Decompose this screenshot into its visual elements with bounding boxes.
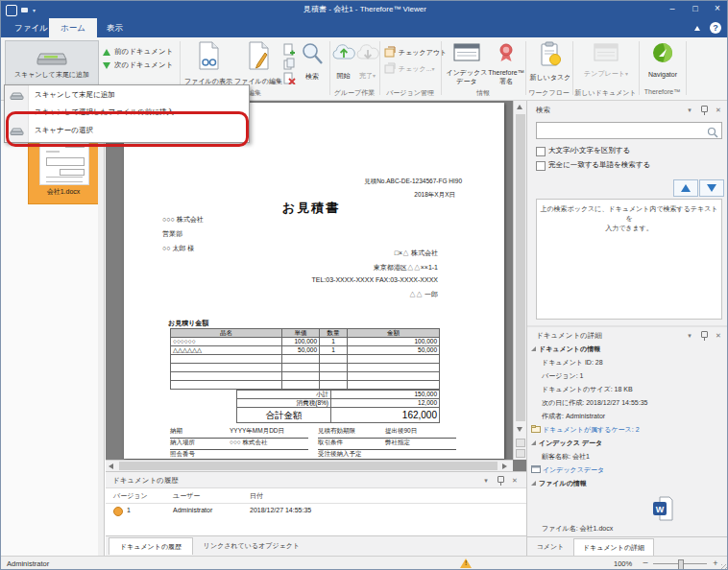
details-case-link[interactable]: ドキュメントが属するケース: 2 — [543, 426, 640, 433]
history-panel-menu-icon[interactable] — [480, 475, 492, 486]
new-task-button[interactable]: 新しいタスク — [529, 41, 571, 83]
details-doc-id: ドキュメント ID: 28 — [531, 356, 726, 369]
checkin-button[interactable]: チェック... — [384, 62, 435, 75]
history-row[interactable]: 1 Administrator 2018/12/27 14:55:35 — [106, 505, 526, 518]
menu-item-label: スキャンして末尾に追加 — [35, 86, 115, 104]
group-label-version: バージョン管理 — [379, 88, 441, 98]
navigator-button[interactable]: Navigator — [643, 42, 683, 80]
find-label: 検索 — [305, 73, 319, 82]
history-row-user: Administrator — [173, 507, 212, 513]
maximize-button[interactable]: □ — [685, 1, 706, 18]
history-col-version[interactable]: バージョン — [113, 491, 148, 501]
search-panel-menu-icon[interactable] — [684, 105, 695, 115]
up-triangle-icon — [103, 49, 110, 56]
rosette-icon — [497, 42, 515, 67]
details-panel-menu-icon[interactable] — [684, 330, 695, 341]
find-previous-button[interactable] — [673, 179, 698, 197]
tab-linked-objects[interactable]: リンクされているオブジェクト — [195, 537, 308, 555]
history-panel-title: ドキュメントの履歴 — [112, 476, 179, 486]
scroll-left-icon[interactable] — [109, 463, 113, 469]
index-data-button[interactable]: インデックス データ — [445, 43, 489, 85]
navigator-label: Navigator — [648, 71, 677, 80]
expand-icon[interactable] — [531, 346, 536, 351]
group-label-groupwork: グループ作業 — [329, 88, 379, 98]
case-sensitive-label: 大文字/小文字を区別する — [548, 146, 630, 155]
group-label-workflow: ワークフロー — [525, 88, 572, 98]
scroll-down-icon[interactable] — [517, 427, 522, 432]
search-panel-close-icon[interactable] — [713, 105, 724, 115]
find-prev-icon — [681, 184, 691, 192]
status-bar: Administrator 100% – + — [1, 556, 728, 570]
history-panel-close-icon[interactable] — [509, 475, 521, 486]
delete-page-button[interactable] — [283, 71, 296, 88]
zoom-out-button[interactable]: – — [641, 558, 650, 568]
therefore-sign-button[interactable]: Therefore™ 署名 — [489, 42, 523, 85]
case-sensitive-checkbox[interactable] — [536, 147, 546, 156]
search-input-magnifier-icon[interactable] — [707, 125, 718, 142]
search-hint-line1: 上の検索ボックスに、ドキュメント内で検索するテキストを — [537, 204, 721, 224]
tab-history[interactable]: ドキュメントの履歴 — [109, 537, 193, 555]
doc-amount-label: お見積り金額 — [168, 319, 208, 328]
expand-icon[interactable] — [531, 440, 536, 445]
annotation-red-box — [6, 111, 249, 147]
doc-recipient-dept: 営業部 — [162, 229, 182, 239]
horizontal-scrollbar[interactable] — [106, 460, 513, 471]
warning-icon[interactable] — [460, 558, 472, 568]
details-panel-close-icon[interactable] — [713, 330, 724, 341]
history-col-user[interactable]: ユーザー — [173, 491, 200, 501]
split-button-2[interactable] — [516, 449, 525, 458]
tab-home[interactable]: ホーム — [49, 18, 97, 37]
scrollbar-thumb[interactable] — [516, 114, 525, 421]
scan-append-button[interactable]: スキャンして末尾に追加 — [5, 40, 99, 90]
doc-recipient-company: ○○○ 株式会社 — [162, 215, 204, 225]
close-button[interactable]: × — [707, 1, 728, 18]
help-icon[interactable]: ? — [710, 22, 721, 34]
details-author: 作成者: Administrator — [531, 410, 726, 423]
details-version: バージョン: 1 — [531, 369, 726, 383]
document-page[interactable]: 見積No.ABC-DE-1234567-FG HI90 2018年X月X日 お見… — [124, 103, 504, 459]
therefore-viewer-window: ▾ 見積書 - 会社1 - Therefore™ Viewer – □ × ファ… — [0, 0, 728, 570]
tab-document-details[interactable]: ドキュメントの詳細 — [573, 538, 654, 556]
tab-comments[interactable]: コメント — [529, 538, 571, 556]
word-file-icon[interactable]: W — [652, 496, 673, 525]
thumbnail-scrollbar[interactable] — [98, 101, 104, 556]
prev-document-button[interactable]: 前のドキュメント — [103, 47, 173, 57]
file-edit-button[interactable]: ファイルの編集 — [233, 41, 283, 86]
menu-item-scan-append[interactable]: スキャンして末尾に追加 — [5, 86, 249, 104]
case-icon — [531, 424, 541, 438]
index-data-label-2: データ — [456, 78, 476, 86]
find-button[interactable]: 検索 — [297, 41, 328, 82]
next-document-button[interactable]: 次のドキュメント — [103, 60, 173, 70]
tab-view[interactable]: 表示 — [95, 18, 134, 37]
h-scrollbar-thumb[interactable] — [119, 462, 497, 470]
expand-icon[interactable] — [531, 481, 536, 486]
vertical-scrollbar[interactable] — [513, 101, 526, 460]
resize-grip[interactable] — [721, 564, 727, 570]
minimize-button[interactable]: – — [662, 1, 683, 18]
zoom-slider-thumb[interactable] — [678, 559, 684, 570]
checkout-button[interactable]: チェックアウト — [384, 46, 447, 59]
find-next-button[interactable] — [699, 179, 724, 197]
doc-date: 2018年X月X日 — [251, 191, 455, 200]
template-button[interactable]: テンプレート — [577, 43, 635, 79]
history-col-date[interactable]: 日付 — [250, 491, 263, 501]
history-panel-pin-icon[interactable] — [495, 475, 506, 486]
start-button[interactable]: 開始 — [331, 43, 355, 81]
search-panel-pin-icon[interactable] — [698, 105, 710, 115]
finish-button[interactable]: 完了 — [355, 43, 379, 81]
file-edit-icon — [247, 41, 270, 74]
split-button-1[interactable] — [516, 439, 525, 447]
history-tab-bar: ドキュメントの履歴 リンクされているオブジェクト — [106, 535, 526, 557]
file-view-button[interactable]: ファイルの表示 — [183, 41, 233, 86]
whole-word-checkbox[interactable] — [536, 161, 546, 171]
scroll-right-icon[interactable] — [502, 463, 507, 469]
details-indexdata-link[interactable]: インデックスデータ — [543, 466, 604, 473]
scroll-up-icon[interactable] — [517, 105, 522, 109]
doc-items-table: 品名 単価 数量 金額 ○○○○○○100,000 1100,000 △△△△△… — [170, 328, 440, 390]
details-panel-pin-icon[interactable] — [698, 330, 710, 341]
doc-recipient-person: ○○ 太郎 様 — [162, 244, 194, 253]
collapse-ribbon-icon[interactable] — [694, 26, 700, 31]
zoom-slider[interactable] — [653, 563, 707, 564]
zoom-in-button[interactable]: + — [711, 558, 720, 568]
search-input[interactable] — [539, 124, 708, 138]
